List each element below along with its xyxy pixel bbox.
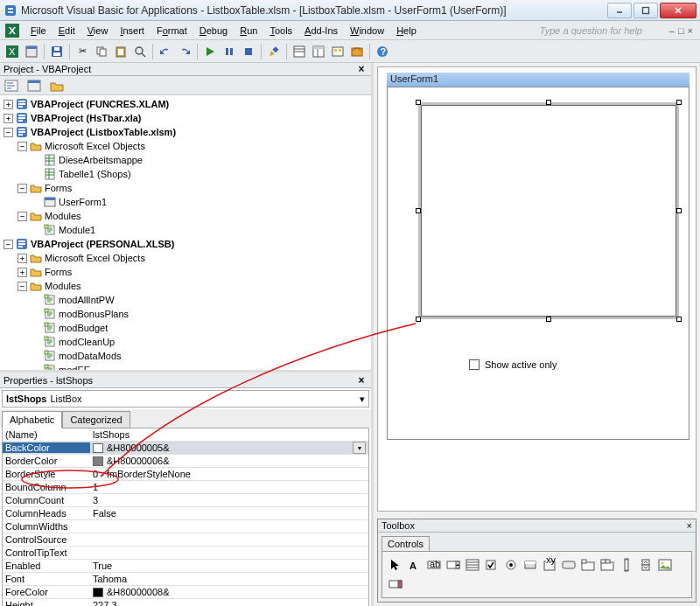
help-question-box[interactable]: Type a question for help (536, 24, 668, 38)
mdi-window-buttons[interactable]: –□× (668, 25, 695, 36)
property-row[interactable]: ControlTipText (3, 547, 368, 560)
tree-node[interactable]: −Modules (4, 209, 369, 223)
properties-object-dropdown[interactable]: lstShops ListBox ▾ (2, 390, 369, 407)
toolbox-image-icon[interactable] (655, 555, 675, 575)
property-value[interactable]: Tahoma (90, 574, 368, 584)
redo-icon[interactable] (176, 43, 193, 60)
project-panel-close-icon[interactable]: × (355, 63, 368, 75)
toolbox-commandbutton-icon[interactable] (559, 555, 578, 575)
tree-node[interactable]: DieseArbeitsmappe (4, 153, 369, 167)
run-icon[interactable] (201, 43, 219, 60)
tree-expand-icon[interactable]: + (18, 254, 27, 263)
tree-node[interactable]: −Modules (4, 279, 369, 293)
resize-handle[interactable] (546, 100, 551, 105)
tree-node[interactable]: +VBAProject (HsTbar.xla) (4, 111, 369, 125)
tree-node[interactable]: modDataMods (4, 349, 369, 363)
tree-node[interactable]: modBudget (4, 321, 369, 335)
tree-node[interactable]: −Microsoft Excel Objects (4, 139, 369, 153)
tree-expand-icon[interactable]: − (18, 142, 27, 151)
property-row[interactable]: BorderColor&H80000006& (3, 455, 368, 468)
paste-icon[interactable] (112, 43, 130, 60)
property-row[interactable]: BorderStyle0 - fmBorderStyleNone (3, 468, 368, 481)
listbox-control[interactable] (418, 102, 679, 319)
tree-node[interactable]: −VBAProject (ListboxTable.xlsm) (4, 125, 369, 139)
object-browser-icon[interactable] (329, 43, 346, 60)
toolbox-tabstrip-icon[interactable] (578, 555, 598, 575)
toolbox-label-icon[interactable]: A (405, 555, 424, 575)
tree-expand-icon[interactable]: + (18, 268, 27, 277)
tree-node[interactable]: Module1 (4, 223, 369, 237)
property-value[interactable]: 227.3 (90, 600, 368, 606)
insert-userform-icon[interactable] (23, 43, 40, 60)
toolbox-listbox-icon[interactable] (463, 555, 482, 575)
toolbox-refedit-icon[interactable] (386, 575, 405, 594)
tree-node[interactable]: Tabelle1 (Shops) (4, 167, 369, 181)
tree-node[interactable]: +Forms (4, 265, 369, 279)
help-icon[interactable]: ? (374, 43, 391, 60)
property-row[interactable]: ColumnHeadsFalse (3, 507, 368, 520)
property-row[interactable]: (Name)lstShops (3, 428, 368, 442)
menu-insert[interactable]: Insert (114, 24, 150, 38)
menu-file[interactable]: File (24, 24, 52, 38)
view-excel-icon[interactable]: X (4, 43, 21, 60)
tab-categorized[interactable]: Categorized (62, 411, 130, 428)
tree-expand-icon[interactable]: − (18, 212, 27, 221)
resize-handle[interactable] (676, 208, 682, 213)
toolbox-icon[interactable] (348, 43, 366, 60)
property-row[interactable]: EnabledTrue (3, 560, 368, 573)
reset-icon[interactable] (240, 43, 257, 60)
tree-node[interactable]: +VBAProject (FUNCRES.XLAM) (4, 97, 369, 111)
menu-tools[interactable]: Tools (263, 24, 298, 38)
cut-icon[interactable]: ✂ (74, 43, 91, 60)
resize-handle[interactable] (676, 317, 682, 322)
toolbox-textbox-icon[interactable]: ab| (424, 555, 444, 575)
properties-grid[interactable]: (Name)lstShopsBackColor&H80000005&▾Borde… (2, 428, 369, 606)
minimize-button[interactable] (607, 3, 632, 18)
copy-icon[interactable] (93, 43, 110, 60)
property-value[interactable]: &H80000008& (90, 587, 368, 597)
property-value[interactable]: &H80000005&▾ (90, 442, 368, 454)
form-designer[interactable]: UserForm1 Show active only (377, 66, 696, 512)
project-explorer-icon[interactable] (290, 43, 308, 60)
close-button[interactable] (660, 3, 696, 18)
form-canvas[interactable]: UserForm1 Show active only (387, 73, 690, 440)
checkbox-box-icon[interactable] (469, 359, 480, 370)
toolbox-multipage-icon[interactable] (598, 555, 617, 575)
property-row[interactable]: BoundColumn1 (3, 481, 368, 494)
menu-run[interactable]: Run (234, 24, 263, 38)
maximize-button[interactable] (634, 3, 658, 18)
tree-expand-icon[interactable]: + (4, 100, 13, 109)
menu-help[interactable]: Help (390, 24, 423, 38)
toolbox-combobox-icon[interactable] (444, 555, 463, 575)
property-row[interactable]: ForeColor&H80000008& (3, 586, 368, 599)
property-value[interactable]: 1 (90, 482, 368, 492)
resize-handle[interactable] (416, 317, 421, 322)
tree-node[interactable]: −VBAProject (PERSONAL.XLSB) (4, 237, 369, 251)
tree-node[interactable]: modAllIntPW (4, 293, 369, 307)
design-mode-icon[interactable] (265, 43, 283, 60)
property-value[interactable]: True (90, 561, 368, 571)
save-icon[interactable] (48, 43, 66, 60)
undo-icon[interactable] (157, 43, 174, 60)
resize-handle[interactable] (416, 100, 421, 105)
tab-alphabetic[interactable]: Alphabetic (2, 411, 62, 428)
menu-format[interactable]: Format (150, 24, 193, 38)
property-row[interactable]: ColumnWidths (3, 520, 368, 533)
property-row[interactable]: ControlSource (3, 533, 368, 547)
menu-view[interactable]: View (81, 24, 115, 38)
toolbox-spinbutton-icon[interactable] (636, 555, 655, 575)
tree-node[interactable]: modCleanUp (4, 335, 369, 349)
property-value[interactable]: False (90, 508, 368, 519)
menu-addins[interactable]: Add-Ins (298, 24, 344, 38)
tree-node[interactable]: +Microsoft Excel Objects (4, 251, 369, 265)
tree-expand-icon[interactable]: − (4, 128, 13, 137)
resize-handle[interactable] (676, 100, 682, 105)
toggle-folders-icon[interactable] (47, 77, 66, 94)
property-value[interactable]: 0 - fmBorderStyleNone (90, 469, 368, 479)
tree-node[interactable]: modEE (4, 363, 369, 370)
toolbox-tab-controls[interactable]: Controls (382, 536, 430, 551)
property-value[interactable]: &H80000006& (90, 456, 368, 466)
toolbox-checkbox-icon[interactable] (482, 555, 501, 575)
toolbox-close-icon[interactable]: × (687, 520, 692, 531)
toolbox-optionbutton-icon[interactable] (501, 555, 521, 575)
